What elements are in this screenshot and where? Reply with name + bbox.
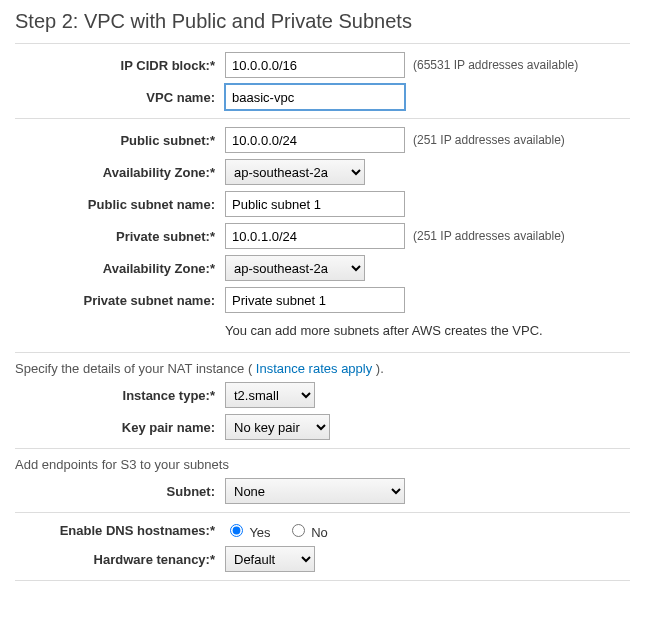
instance-type-label: Instance type:*: [15, 388, 225, 403]
private-subnet-input[interactable]: [225, 223, 405, 249]
private-subnet-name-input[interactable]: [225, 287, 405, 313]
instance-type-select[interactable]: t2.small: [225, 382, 315, 408]
tenancy-select[interactable]: Default: [225, 546, 315, 572]
s3-section-text: Add endpoints for S3 to your subnets: [15, 457, 630, 472]
keypair-label: Key pair name:: [15, 420, 225, 435]
cidr-hint: (65531 IP addresses available): [413, 58, 578, 72]
vpc-name-input[interactable]: [225, 84, 405, 110]
public-az-label: Availability Zone:*: [15, 165, 225, 180]
private-subnet-name-label: Private subnet name:: [15, 293, 225, 308]
dns-no-radio[interactable]: [292, 524, 305, 537]
page-title: Step 2: VPC with Public and Private Subn…: [15, 10, 630, 33]
private-az-label: Availability Zone:*: [15, 261, 225, 276]
s3-subnet-select[interactable]: None: [225, 478, 405, 504]
subnet-note: You can add more subnets after AWS creat…: [225, 319, 630, 344]
private-subnet-label: Private subnet:*: [15, 229, 225, 244]
vpc-name-label: VPC name:: [15, 90, 225, 105]
dns-label: Enable DNS hostnames:*: [15, 523, 225, 538]
nat-section-text: Specify the details of your NAT instance…: [15, 361, 630, 376]
public-subnet-label: Public subnet:*: [15, 133, 225, 148]
private-subnet-hint: (251 IP addresses available): [413, 229, 565, 243]
keypair-select[interactable]: No key pair: [225, 414, 330, 440]
public-subnet-input[interactable]: [225, 127, 405, 153]
private-az-select[interactable]: ap-southeast-2a: [225, 255, 365, 281]
dns-yes-label: Yes: [249, 525, 270, 540]
cidr-label: IP CIDR block:*: [15, 58, 225, 73]
cidr-input[interactable]: [225, 52, 405, 78]
dns-no-label: No: [311, 525, 328, 540]
dns-yes-radio[interactable]: [230, 524, 243, 537]
public-az-select[interactable]: ap-southeast-2a: [225, 159, 365, 185]
public-subnet-name-input[interactable]: [225, 191, 405, 217]
tenancy-label: Hardware tenancy:*: [15, 552, 225, 567]
instance-rates-link[interactable]: Instance rates apply: [256, 361, 372, 376]
public-subnet-name-label: Public subnet name:: [15, 197, 225, 212]
public-subnet-hint: (251 IP addresses available): [413, 133, 565, 147]
s3-subnet-label: Subnet:: [15, 484, 225, 499]
